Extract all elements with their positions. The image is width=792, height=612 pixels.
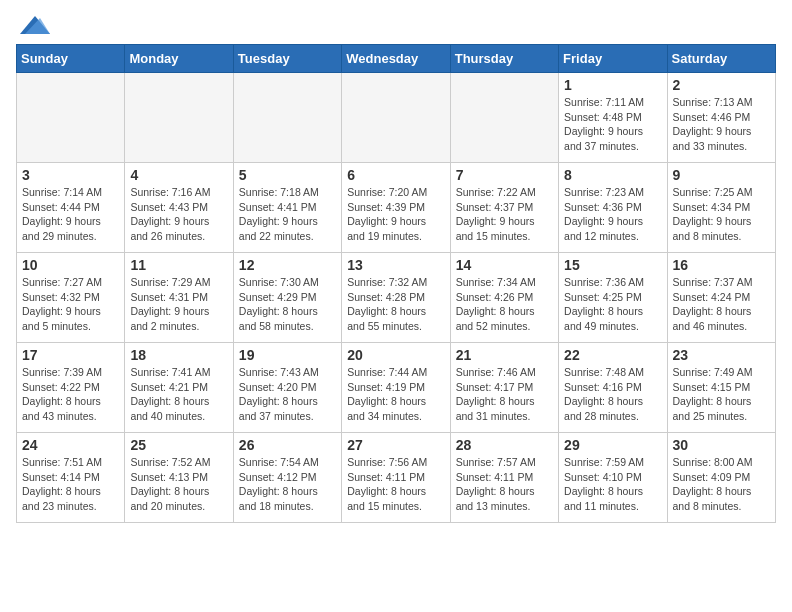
day-number: 7 (456, 167, 553, 183)
calendar-cell (450, 73, 558, 163)
day-number: 5 (239, 167, 336, 183)
day-number: 28 (456, 437, 553, 453)
day-number: 6 (347, 167, 444, 183)
day-info: Sunrise: 7:20 AM Sunset: 4:39 PM Dayligh… (347, 185, 444, 244)
day-number: 12 (239, 257, 336, 273)
day-number: 13 (347, 257, 444, 273)
calendar-week-row: 10Sunrise: 7:27 AM Sunset: 4:32 PM Dayli… (17, 253, 776, 343)
calendar-cell: 21Sunrise: 7:46 AM Sunset: 4:17 PM Dayli… (450, 343, 558, 433)
day-info: Sunrise: 7:54 AM Sunset: 4:12 PM Dayligh… (239, 455, 336, 514)
calendar-body: 1Sunrise: 7:11 AM Sunset: 4:48 PM Daylig… (17, 73, 776, 523)
calendar-week-row: 24Sunrise: 7:51 AM Sunset: 4:14 PM Dayli… (17, 433, 776, 523)
day-number: 29 (564, 437, 661, 453)
day-number: 26 (239, 437, 336, 453)
weekday-header: Saturday (667, 45, 775, 73)
day-info: Sunrise: 7:22 AM Sunset: 4:37 PM Dayligh… (456, 185, 553, 244)
day-info: Sunrise: 7:32 AM Sunset: 4:28 PM Dayligh… (347, 275, 444, 334)
calendar-cell: 16Sunrise: 7:37 AM Sunset: 4:24 PM Dayli… (667, 253, 775, 343)
calendar-cell: 7Sunrise: 7:22 AM Sunset: 4:37 PM Daylig… (450, 163, 558, 253)
day-info: Sunrise: 7:59 AM Sunset: 4:10 PM Dayligh… (564, 455, 661, 514)
day-info: Sunrise: 7:43 AM Sunset: 4:20 PM Dayligh… (239, 365, 336, 424)
day-info: Sunrise: 7:34 AM Sunset: 4:26 PM Dayligh… (456, 275, 553, 334)
day-info: Sunrise: 7:16 AM Sunset: 4:43 PM Dayligh… (130, 185, 227, 244)
calendar-cell: 14Sunrise: 7:34 AM Sunset: 4:26 PM Dayli… (450, 253, 558, 343)
calendar-cell: 23Sunrise: 7:49 AM Sunset: 4:15 PM Dayli… (667, 343, 775, 433)
day-info: Sunrise: 7:27 AM Sunset: 4:32 PM Dayligh… (22, 275, 119, 334)
day-number: 25 (130, 437, 227, 453)
day-info: Sunrise: 7:14 AM Sunset: 4:44 PM Dayligh… (22, 185, 119, 244)
calendar-cell: 27Sunrise: 7:56 AM Sunset: 4:11 PM Dayli… (342, 433, 450, 523)
day-info: Sunrise: 7:44 AM Sunset: 4:19 PM Dayligh… (347, 365, 444, 424)
day-info: Sunrise: 7:48 AM Sunset: 4:16 PM Dayligh… (564, 365, 661, 424)
weekday-header-row: SundayMondayTuesdayWednesdayThursdayFrid… (17, 45, 776, 73)
day-info: Sunrise: 7:56 AM Sunset: 4:11 PM Dayligh… (347, 455, 444, 514)
day-number: 17 (22, 347, 119, 363)
day-info: Sunrise: 7:25 AM Sunset: 4:34 PM Dayligh… (673, 185, 770, 244)
weekday-header: Thursday (450, 45, 558, 73)
day-info: Sunrise: 7:18 AM Sunset: 4:41 PM Dayligh… (239, 185, 336, 244)
day-number: 22 (564, 347, 661, 363)
day-number: 8 (564, 167, 661, 183)
day-info: Sunrise: 8:00 AM Sunset: 4:09 PM Dayligh… (673, 455, 770, 514)
day-number: 9 (673, 167, 770, 183)
calendar-cell: 30Sunrise: 8:00 AM Sunset: 4:09 PM Dayli… (667, 433, 775, 523)
calendar-cell: 28Sunrise: 7:57 AM Sunset: 4:11 PM Dayli… (450, 433, 558, 523)
calendar-cell: 1Sunrise: 7:11 AM Sunset: 4:48 PM Daylig… (559, 73, 667, 163)
day-number: 23 (673, 347, 770, 363)
calendar-cell (342, 73, 450, 163)
day-info: Sunrise: 7:29 AM Sunset: 4:31 PM Dayligh… (130, 275, 227, 334)
calendar-cell: 18Sunrise: 7:41 AM Sunset: 4:21 PM Dayli… (125, 343, 233, 433)
calendar-cell: 25Sunrise: 7:52 AM Sunset: 4:13 PM Dayli… (125, 433, 233, 523)
day-number: 16 (673, 257, 770, 273)
day-number: 4 (130, 167, 227, 183)
calendar-cell: 29Sunrise: 7:59 AM Sunset: 4:10 PM Dayli… (559, 433, 667, 523)
calendar-cell: 3Sunrise: 7:14 AM Sunset: 4:44 PM Daylig… (17, 163, 125, 253)
day-number: 27 (347, 437, 444, 453)
day-number: 18 (130, 347, 227, 363)
weekday-header: Tuesday (233, 45, 341, 73)
weekday-header: Friday (559, 45, 667, 73)
day-info: Sunrise: 7:36 AM Sunset: 4:25 PM Dayligh… (564, 275, 661, 334)
calendar-week-row: 1Sunrise: 7:11 AM Sunset: 4:48 PM Daylig… (17, 73, 776, 163)
day-number: 30 (673, 437, 770, 453)
calendar-cell: 2Sunrise: 7:13 AM Sunset: 4:46 PM Daylig… (667, 73, 775, 163)
calendar-cell: 5Sunrise: 7:18 AM Sunset: 4:41 PM Daylig… (233, 163, 341, 253)
day-info: Sunrise: 7:11 AM Sunset: 4:48 PM Dayligh… (564, 95, 661, 154)
calendar-cell: 13Sunrise: 7:32 AM Sunset: 4:28 PM Dayli… (342, 253, 450, 343)
day-info: Sunrise: 7:46 AM Sunset: 4:17 PM Dayligh… (456, 365, 553, 424)
day-number: 21 (456, 347, 553, 363)
calendar-cell: 9Sunrise: 7:25 AM Sunset: 4:34 PM Daylig… (667, 163, 775, 253)
day-number: 1 (564, 77, 661, 93)
day-number: 3 (22, 167, 119, 183)
day-info: Sunrise: 7:49 AM Sunset: 4:15 PM Dayligh… (673, 365, 770, 424)
day-info: Sunrise: 7:57 AM Sunset: 4:11 PM Dayligh… (456, 455, 553, 514)
day-number: 15 (564, 257, 661, 273)
day-info: Sunrise: 7:51 AM Sunset: 4:14 PM Dayligh… (22, 455, 119, 514)
calendar-cell: 26Sunrise: 7:54 AM Sunset: 4:12 PM Dayli… (233, 433, 341, 523)
day-info: Sunrise: 7:39 AM Sunset: 4:22 PM Dayligh… (22, 365, 119, 424)
calendar-cell: 10Sunrise: 7:27 AM Sunset: 4:32 PM Dayli… (17, 253, 125, 343)
logo (16, 16, 50, 34)
calendar-cell: 20Sunrise: 7:44 AM Sunset: 4:19 PM Dayli… (342, 343, 450, 433)
day-info: Sunrise: 7:52 AM Sunset: 4:13 PM Dayligh… (130, 455, 227, 514)
day-number: 10 (22, 257, 119, 273)
calendar-cell: 19Sunrise: 7:43 AM Sunset: 4:20 PM Dayli… (233, 343, 341, 433)
day-number: 14 (456, 257, 553, 273)
calendar-cell: 12Sunrise: 7:30 AM Sunset: 4:29 PM Dayli… (233, 253, 341, 343)
day-number: 11 (130, 257, 227, 273)
calendar-cell (233, 73, 341, 163)
day-info: Sunrise: 7:41 AM Sunset: 4:21 PM Dayligh… (130, 365, 227, 424)
calendar-cell: 4Sunrise: 7:16 AM Sunset: 4:43 PM Daylig… (125, 163, 233, 253)
logo-icon (20, 16, 50, 34)
day-number: 2 (673, 77, 770, 93)
day-number: 20 (347, 347, 444, 363)
weekday-header: Monday (125, 45, 233, 73)
calendar-cell: 8Sunrise: 7:23 AM Sunset: 4:36 PM Daylig… (559, 163, 667, 253)
calendar-cell: 24Sunrise: 7:51 AM Sunset: 4:14 PM Dayli… (17, 433, 125, 523)
calendar-week-row: 17Sunrise: 7:39 AM Sunset: 4:22 PM Dayli… (17, 343, 776, 433)
day-number: 19 (239, 347, 336, 363)
weekday-header: Sunday (17, 45, 125, 73)
calendar-cell: 11Sunrise: 7:29 AM Sunset: 4:31 PM Dayli… (125, 253, 233, 343)
calendar-cell: 15Sunrise: 7:36 AM Sunset: 4:25 PM Dayli… (559, 253, 667, 343)
calendar-cell: 17Sunrise: 7:39 AM Sunset: 4:22 PM Dayli… (17, 343, 125, 433)
